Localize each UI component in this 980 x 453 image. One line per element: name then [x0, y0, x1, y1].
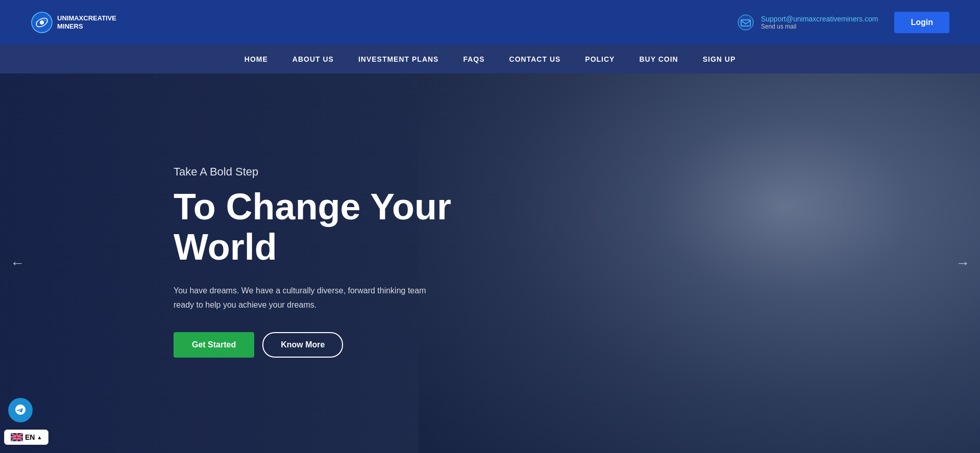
svg-point-3: [738, 15, 753, 30]
logo-brand-name: UNIMAXCREATIVE: [57, 14, 116, 22]
top-bar: UNIMAXCREATIVE MINERS Support@unimaxcrea…: [0, 0, 980, 45]
nav-item-contact[interactable]: CONTACT US: [509, 53, 561, 65]
nav-item-policy[interactable]: POLICY: [585, 53, 615, 65]
nav-item-plans[interactable]: INVESTMENT PLANS: [358, 53, 439, 65]
top-right-area: Support@unimaxcreativeminers.com Send us…: [737, 12, 949, 33]
hero-title: To Change YourWorld: [174, 187, 451, 267]
language-switcher[interactable]: EN ▲: [4, 430, 48, 445]
get-started-button[interactable]: Get Started: [174, 332, 254, 358]
nav-item-signup[interactable]: SIGN UP: [703, 53, 736, 65]
contact-info: Support@unimaxcreativeminers.com Send us…: [737, 13, 878, 32]
hero-description: You have dreams. We have a culturally di…: [174, 284, 429, 311]
carousel-next-arrow[interactable]: →: [955, 255, 970, 271]
hero-subtitle: Take A Bold Step: [174, 165, 451, 179]
know-more-button[interactable]: Know More: [262, 332, 343, 358]
support-email[interactable]: Support@unimaxcreativeminers.com: [761, 15, 878, 23]
mail-icon: [737, 13, 755, 32]
hero-overlay: [0, 73, 980, 453]
login-button[interactable]: Login: [894, 12, 949, 33]
logo-icon: [31, 11, 53, 34]
language-code: EN: [25, 433, 35, 441]
hero-buttons: Get Started Know More: [174, 332, 451, 358]
language-chevron: ▲: [37, 435, 42, 440]
nav-item-about[interactable]: ABOUT US: [292, 53, 334, 65]
nav-bar: HOMEABOUT USINVESTMENT PLANSFAQSCONTACT …: [0, 45, 980, 73]
telegram-icon: [14, 404, 27, 417]
nav-item-home[interactable]: HOME: [244, 53, 268, 65]
nav-item-buy-coin[interactable]: BUY COIN: [639, 53, 678, 65]
svg-point-2: [40, 20, 44, 24]
hero-content: Take A Bold Step To Change YourWorld You…: [174, 165, 451, 358]
hero-section: Take A Bold Step To Change YourWorld You…: [0, 73, 980, 453]
contact-details: Support@unimaxcreativeminers.com Send us…: [761, 15, 878, 30]
carousel-prev-arrow[interactable]: ←: [10, 255, 24, 271]
flag-uk-icon: [11, 433, 23, 441]
logo-sub-name: MINERS: [57, 22, 116, 31]
telegram-widget[interactable]: [8, 398, 33, 422]
nav-item-faqs[interactable]: FAQS: [463, 53, 484, 65]
send-mail-label: Send us mail: [761, 23, 878, 30]
logo[interactable]: UNIMAXCREATIVE MINERS: [31, 11, 116, 34]
